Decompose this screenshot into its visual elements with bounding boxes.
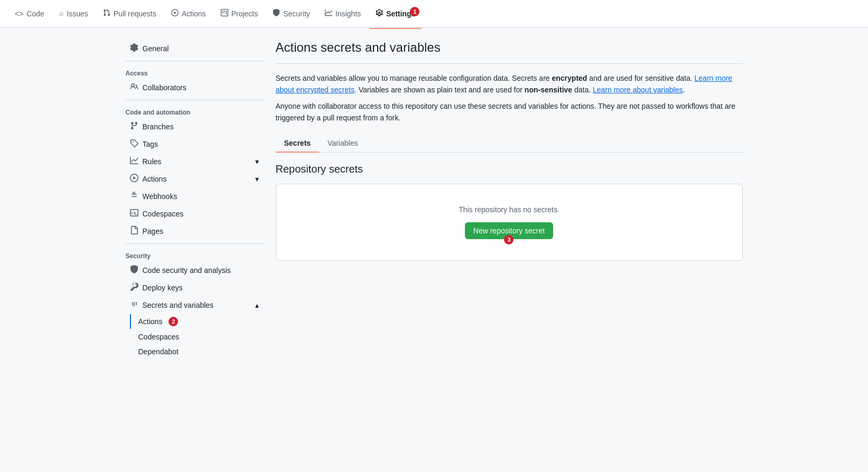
- sidebar-branches-label: Branches: [143, 122, 174, 131]
- sidebar-deploy-keys-label: Deploy keys: [143, 284, 183, 292]
- actions-chevron-icon: ▾: [255, 175, 259, 183]
- actions-sidebar-icon: [130, 174, 138, 184]
- collaborators-icon: [130, 82, 138, 92]
- pages-icon: [130, 226, 138, 236]
- sidebar-item-deploy-keys[interactable]: Deploy keys: [126, 279, 263, 296]
- key-icon: [130, 282, 138, 292]
- sidebar-sub-item-codespaces[interactable]: Codespaces: [126, 330, 263, 344]
- sidebar-divider-1: [126, 61, 263, 61]
- sidebar-section-access: Access: [126, 65, 263, 79]
- projects-icon: [221, 9, 228, 18]
- non-sensitive-bold: non-sensitive: [525, 86, 572, 94]
- encrypted-bold: encrypted: [552, 74, 587, 82]
- nav-pull-requests[interactable]: Pull requests: [97, 5, 163, 22]
- nav-settings[interactable]: Settings 1: [369, 5, 422, 22]
- nav-insights-label: Insights: [335, 10, 361, 18]
- description-2: Anyone with collaborator access to this …: [276, 100, 743, 124]
- nav-pull-requests-label: Pull requests: [114, 10, 156, 18]
- learn-more-variables-link[interactable]: Learn more about variables: [593, 86, 683, 94]
- actions-icon: [171, 9, 179, 18]
- sidebar-item-secrets-variables[interactable]: Secrets and variables ▴: [126, 297, 263, 313]
- nav-actions[interactable]: Actions: [165, 5, 212, 22]
- nav-actions-label: Actions: [182, 10, 206, 18]
- content-divider-1: [276, 63, 743, 64]
- sidebar-code-security-label: Code security and analysis: [143, 266, 231, 275]
- sidebar-item-tags[interactable]: Tags: [126, 136, 263, 152]
- sidebar-item-actions[interactable]: Actions ▾: [126, 171, 263, 187]
- code-icon: <>: [15, 10, 23, 18]
- code-security-icon: [130, 265, 138, 275]
- sidebar-item-general[interactable]: General: [126, 40, 263, 56]
- page-title: Actions secrets and variables: [276, 40, 743, 55]
- tab-variables[interactable]: Variables: [319, 135, 366, 153]
- secrets-empty-box: This repository has no secrets. New repo…: [276, 184, 743, 261]
- page-layout: General Access Collaborators Code and au…: [117, 27, 751, 372]
- settings-badge: 1: [410, 7, 419, 16]
- issues-icon: ○: [59, 10, 63, 18]
- description-1: Secrets and variables allow you to manag…: [276, 72, 743, 96]
- insights-icon: [325, 9, 332, 18]
- sidebar-section-security: Security: [126, 248, 263, 262]
- nav-security-label: Security: [283, 10, 310, 18]
- nav-code-label: Code: [26, 10, 44, 18]
- sidebar-codespaces-label: Codespaces: [143, 210, 184, 218]
- sidebar-actions-label: Actions: [143, 175, 167, 183]
- actions-sub-badge: 2: [169, 317, 178, 326]
- nav-issues[interactable]: ○ Issues: [53, 5, 95, 22]
- nav-projects[interactable]: Projects: [214, 5, 265, 22]
- sidebar-item-code-security[interactable]: Code security and analysis: [126, 262, 263, 278]
- sidebar: General Access Collaborators Code and au…: [126, 40, 263, 360]
- sidebar-section-code: Code and automation: [126, 105, 263, 118]
- branch-icon: [130, 121, 138, 131]
- sidebar-item-pages[interactable]: Pages: [126, 223, 263, 239]
- sidebar-item-codespaces[interactable]: Codespaces: [126, 205, 263, 222]
- sidebar-webhooks-label: Webhooks: [143, 192, 178, 201]
- security-icon: [273, 9, 280, 18]
- sidebar-item-webhooks[interactable]: Webhooks: [126, 188, 263, 204]
- tabs-container: Secrets Variables: [276, 135, 743, 153]
- secrets-chevron-icon: ▴: [255, 301, 259, 309]
- nav-issues-label: Issues: [67, 10, 88, 18]
- sidebar-sub-item-actions[interactable]: Actions 2: [126, 314, 263, 329]
- tag-icon: [130, 139, 138, 149]
- repo-secrets-title: Repository secrets: [276, 163, 743, 175]
- sidebar-pages-label: Pages: [143, 227, 164, 235]
- no-secrets-text: This repository has no secrets.: [285, 205, 734, 214]
- main-content: Actions secrets and variables Secrets an…: [276, 40, 743, 360]
- webhook-icon: [130, 191, 138, 201]
- sidebar-tags-label: Tags: [143, 140, 158, 148]
- nav-projects-label: Projects: [231, 10, 258, 18]
- rules-chevron-icon: ▾: [255, 157, 259, 166]
- settings-icon: [376, 9, 383, 18]
- tab-secrets[interactable]: Secrets: [276, 135, 320, 153]
- rules-icon: [130, 156, 138, 166]
- sidebar-sub-codespaces-label: Codespaces: [138, 333, 180, 341]
- nav-code[interactable]: <> Code: [8, 5, 51, 22]
- top-navigation: <> Code ○ Issues Pull requests Actions P…: [0, 0, 868, 27]
- nav-insights[interactable]: Insights: [319, 5, 367, 22]
- sidebar-general-label: General: [143, 44, 169, 53]
- sidebar-collaborators-label: Collaborators: [143, 83, 186, 92]
- pull-request-icon: [103, 9, 110, 18]
- sidebar-divider-2: [126, 100, 263, 100]
- sidebar-item-branches[interactable]: Branches: [126, 118, 263, 135]
- gear-icon: [130, 43, 138, 53]
- sidebar-sub-item-dependabot[interactable]: Dependabot: [126, 345, 263, 358]
- secret-icon: [130, 300, 138, 310]
- sidebar-sub-dependabot-label: Dependabot: [138, 347, 179, 356]
- nav-security[interactable]: Security: [266, 5, 316, 22]
- sidebar-sub-actions-label: Actions: [138, 317, 163, 326]
- sidebar-item-rules[interactable]: Rules ▾: [126, 153, 263, 169]
- codespaces-icon: [130, 209, 138, 219]
- sidebar-item-collaborators[interactable]: Collaborators: [126, 79, 263, 96]
- sidebar-rules-label: Rules: [143, 157, 162, 166]
- sidebar-divider-3: [126, 243, 263, 244]
- sidebar-secrets-variables-label: Secrets and variables: [143, 301, 214, 309]
- new-secret-badge: 3: [504, 235, 514, 244]
